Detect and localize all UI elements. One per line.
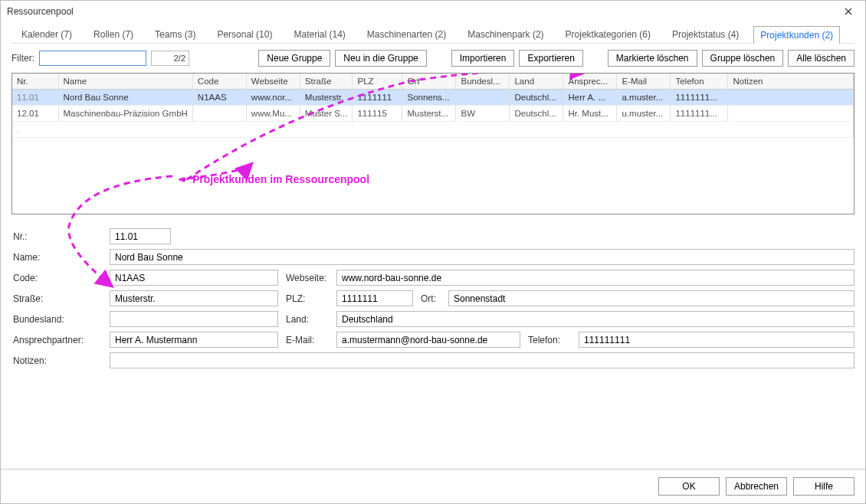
col-notes[interactable]: Notizen (728, 74, 854, 90)
field-code[interactable] (110, 270, 278, 286)
count-display: 2/2 (151, 51, 189, 66)
delete-all-button[interactable]: Alle löschen (788, 50, 855, 67)
tab-personal-10-[interactable]: Personal (10) (210, 25, 279, 43)
cell-land: Deutschl... (510, 106, 563, 122)
cell-code: N1AAS (192, 90, 246, 106)
col-email[interactable]: E-Mail (617, 74, 671, 90)
cell-bundesland: BW (456, 106, 510, 122)
field-web[interactable] (336, 270, 855, 286)
col-code[interactable]: Code (192, 74, 246, 90)
tab-projektstatus-4-[interactable]: Projektstatus (4) (665, 25, 746, 43)
window: Ressourcenpool Kalender (7)Rollen (7)Tea… (0, 0, 866, 504)
new-group-button[interactable]: Neue Gruppe (258, 50, 330, 67)
import-button[interactable]: Importieren (451, 50, 515, 67)
svg-point-0 (182, 178, 186, 182)
field-ort[interactable] (448, 290, 855, 306)
delete-marked-button[interactable]: Markierte löschen (608, 50, 697, 67)
new-in-group-button[interactable]: Neu in die Gruppe (335, 50, 426, 67)
field-ansprech[interactable] (110, 332, 278, 348)
cell-plz: 1111111 (353, 90, 402, 106)
filter-input[interactable] (39, 51, 146, 66)
col-bundesland[interactable]: Bundesl... (456, 74, 510, 90)
field-bundesland[interactable] (110, 311, 278, 327)
cell-ansprech: Hr. Must... (563, 106, 617, 122)
cell-ort: Sonnens... (402, 90, 456, 106)
footer: OK Abbrechen Hilfe (1, 469, 865, 503)
cell-code (192, 106, 246, 122)
lbl-nr: Nr.: (11, 231, 103, 242)
cell-street: Muster S... (300, 106, 353, 122)
field-land[interactable] (336, 311, 855, 327)
cell-email: u.muster... (617, 106, 671, 122)
help-button[interactable]: Hilfe (793, 477, 855, 496)
table-row[interactable]: 12.01Maschinenbau-Präzision GmbHwww.Mu..… (12, 106, 854, 122)
close-button[interactable] (838, 4, 859, 19)
field-email[interactable] (336, 332, 520, 348)
col-name[interactable]: Name (58, 74, 192, 90)
close-icon (845, 8, 852, 15)
col-land[interactable]: Land (510, 74, 563, 90)
field-name[interactable] (110, 249, 855, 265)
filter-label: Filter: (11, 53, 34, 64)
col-street[interactable]: Straße (300, 74, 353, 90)
field-notes[interactable] (110, 352, 855, 368)
field-plz[interactable] (336, 290, 413, 306)
tab-teams-3-[interactable]: Teams (3) (148, 25, 202, 43)
cell-nr: 11.01 (12, 90, 58, 106)
ok-button[interactable]: OK (658, 477, 720, 496)
lbl-web: Webseite: (284, 273, 330, 283)
table-header-row: Nr. Name Code Webseite Straße PLZ Ort Bu… (12, 74, 854, 90)
lbl-notes: Notizen: (11, 355, 103, 366)
field-street[interactable] (110, 290, 278, 306)
tabs-bar: Kalender (7)Rollen (7)Teams (3)Personal … (11, 22, 855, 44)
delete-group-button[interactable]: Gruppe löschen (702, 50, 784, 67)
tab-rollen-7-[interactable]: Rollen (7) (87, 25, 140, 43)
field-tel[interactable] (579, 332, 855, 348)
tab-maschinenarten-2-[interactable]: Maschinenarten (2) (360, 25, 453, 43)
tab-material-14-[interactable]: Material (14) (287, 25, 352, 43)
lbl-tel: Telefon: (526, 335, 572, 345)
window-title: Ressourcenpool (7, 6, 74, 17)
cancel-button[interactable]: Abbrechen (726, 477, 787, 496)
tab-projektkunden-2-[interactable]: Projektkunden (2) (753, 26, 840, 44)
cell-street: Musterstr. (300, 90, 353, 106)
tab-projektkategorien-6-[interactable]: Projektkategorien (6) (559, 25, 658, 43)
lbl-email: E-Mail: (284, 335, 330, 345)
col-ansprech[interactable]: Ansprec... (563, 74, 617, 90)
cell-tel: 1111111... (671, 106, 728, 122)
cell-land: Deutschl... (510, 90, 563, 106)
cell-web: www.nor... (246, 90, 300, 106)
lbl-land: Land: (284, 314, 330, 325)
table-row: . (12, 122, 854, 138)
cell-name: Maschinenbau-Präzision GmbH (58, 106, 192, 122)
col-web[interactable]: Webseite (246, 74, 300, 90)
toolbar: Filter: 2/2 Neue Gruppe Neu in die Grupp… (11, 44, 855, 73)
content: Kalender (7)Rollen (7)Teams (3)Personal … (1, 22, 865, 469)
cell-tel: 1111111... (671, 90, 728, 106)
table-body: 11.01Nord Bau SonneN1AASwww.nor...Muster… (12, 90, 854, 138)
data-table: Nr. Name Code Webseite Straße PLZ Ort Bu… (12, 74, 854, 138)
col-ort[interactable]: Ort (402, 74, 456, 90)
table-wrap: Nr. Name Code Webseite Straße PLZ Ort Bu… (11, 73, 855, 214)
col-plz[interactable]: PLZ (353, 74, 402, 90)
cell-email: a.muster... (617, 90, 671, 106)
cell-bundesland (456, 90, 510, 106)
cell-web: www.Mu... (246, 106, 300, 122)
tab-maschinenpark-2-[interactable]: Maschinenpark (2) (461, 25, 550, 43)
cell-nr: 12.01 (12, 106, 58, 122)
col-tel[interactable]: Telefon (671, 74, 728, 90)
export-button[interactable]: Exportieren (519, 50, 582, 67)
cell-notes (728, 106, 854, 122)
col-nr[interactable]: Nr. (12, 74, 58, 90)
titlebar: Ressourcenpool (1, 1, 865, 22)
annotation-text: Projektkunden im Ressourcenpool (192, 173, 369, 185)
cell-ort: Musterst... (402, 106, 456, 122)
tab-kalender-7-[interactable]: Kalender (7) (15, 25, 79, 43)
lbl-street: Straße: (11, 293, 103, 304)
lbl-name: Name: (11, 252, 103, 263)
cell-plz: 111115 (353, 106, 402, 122)
table-row[interactable]: 11.01Nord Bau SonneN1AASwww.nor...Muster… (12, 90, 854, 106)
field-nr[interactable] (110, 228, 171, 244)
cell-name: Nord Bau Sonne (58, 90, 192, 106)
lbl-plz: PLZ: (284, 293, 330, 304)
